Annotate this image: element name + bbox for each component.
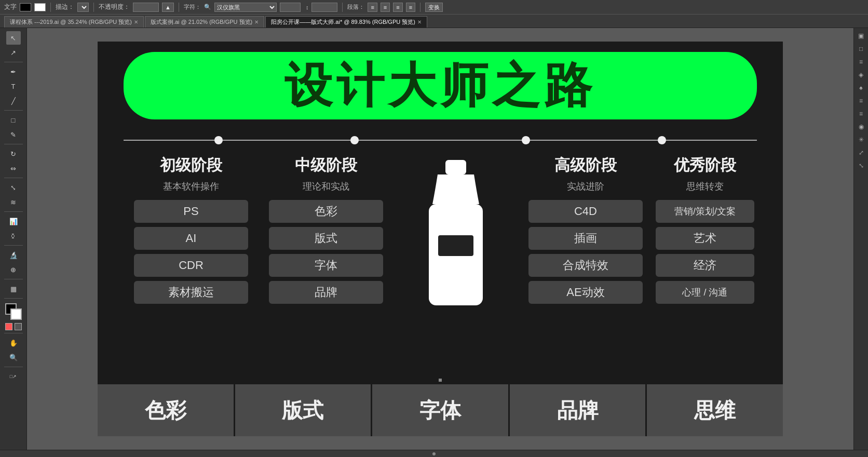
rotate-tool[interactable]: ↻ xyxy=(6,147,21,160)
graph-tool[interactable]: 📊 xyxy=(6,214,21,228)
stage-beginner-title: 初级阶段 xyxy=(160,155,222,176)
stroke-label: 描边： xyxy=(56,3,74,11)
line-tool[interactable]: ╱ xyxy=(6,94,21,107)
left-toolbar: ↖ ↗ ✒ T ╱ □ ✎ ↻ ⇔ ⤡ ≋ 📊 ⧲ 🔬 ⊕ ▦ ✋ 🔍 xyxy=(0,28,27,450)
tab-2-close[interactable]: ✕ xyxy=(254,19,259,25)
tab-3-label: 阳房公开课——版式大师.ai* @ 89.83% (RGB/GPU 预览) xyxy=(271,18,415,26)
font-size-input[interactable]: 455 xyxy=(280,3,301,12)
align-right-btn[interactable]: ≡ xyxy=(393,3,402,12)
tool-sep-2 xyxy=(4,110,23,111)
panel-icon-6[interactable]: ≡ xyxy=(856,95,867,106)
tool-sep-9 xyxy=(4,333,23,333)
stage-advanced-title: 高级阶段 xyxy=(554,155,617,176)
stroke-icon[interactable] xyxy=(15,323,22,330)
main-area: ↖ ↗ ✒ T ╱ □ ✎ ↻ ⇔ ⤡ ≋ 📊 ⧲ 🔬 ⊕ ▦ ✋ 🔍 xyxy=(0,28,868,450)
transform-btn[interactable]: 变换 xyxy=(425,3,443,12)
font-label: 字符： xyxy=(184,3,201,11)
scale-tool[interactable]: ⤡ xyxy=(6,181,21,194)
tab-2-label: 版式案例.ai @ 21.02% (RGB/GPU 预览) xyxy=(151,18,252,26)
panel-icon-1[interactable]: ▣ xyxy=(856,30,867,42)
stage-excellent-subtitle: 思维转变 xyxy=(686,180,724,193)
search-icon: 🔍 xyxy=(204,4,211,10)
stage-beginner-item-1: AI xyxy=(134,227,248,250)
pen-tool[interactable]: ✒ xyxy=(6,65,21,78)
stage-beginner-item-0: PS xyxy=(134,200,248,223)
bottle-illustration xyxy=(404,160,508,316)
stage-intermediate-item-2: 字体 xyxy=(269,254,383,277)
tool-sep-7 xyxy=(4,279,23,279)
rect-tool[interactable]: □ xyxy=(6,113,21,127)
fill-icon[interactable] xyxy=(5,323,12,330)
chart-tool[interactable]: ▦ xyxy=(6,282,21,295)
hand-tool[interactable]: ✋ xyxy=(6,336,21,350)
opacity-input[interactable]: 100% xyxy=(133,3,159,12)
tab-1-close[interactable]: ✕ xyxy=(134,19,138,25)
toolbar-separator-3 xyxy=(179,3,179,12)
tool-sep-3 xyxy=(4,144,23,144)
justify-btn[interactable]: ≡ xyxy=(406,3,415,12)
tool-type-label: 文字 xyxy=(4,3,17,11)
align-left-btn[interactable]: ≡ xyxy=(368,3,377,12)
canvas-background: 设计大师之路 初级阶段 基本软件操作 PS xyxy=(27,28,853,450)
canvas-area[interactable]: 设计大师之路 初级阶段 基本软件操作 PS xyxy=(27,28,853,450)
top-toolbar: 文字 描边： 不透明度： 100% ▲ 字符： 🔍 汉仪旗黑 455 ↕ 66.… xyxy=(0,0,868,15)
tool-sep-6 xyxy=(4,245,23,246)
timeline-dot-3 xyxy=(522,136,530,144)
stroke-select[interactable] xyxy=(77,3,89,12)
timeline-dot-4 xyxy=(658,136,666,144)
tool-sep-4 xyxy=(4,178,23,178)
eyedropper-tool[interactable]: 🔬 xyxy=(6,248,21,262)
tab-3[interactable]: 阳房公开课——版式大师.ai* @ 89.83% (RGB/GPU 预览) ✕ xyxy=(265,16,427,28)
font-select[interactable]: 汉仪旗黑 xyxy=(214,3,277,12)
panel-icon-2[interactable]: □ xyxy=(856,43,867,55)
panel-icon-7[interactable]: ≡ xyxy=(856,108,867,119)
panel-icon-9[interactable]: ✳ xyxy=(856,134,867,145)
panel-icon-3[interactable]: ≡ xyxy=(856,56,867,68)
stage-beginner-item-3: 素材搬运 xyxy=(134,281,248,304)
align-center-btn[interactable]: ≡ xyxy=(381,3,390,12)
panel-icon-4[interactable]: ◈ xyxy=(856,69,867,80)
mirror-tool[interactable]: ⇔ xyxy=(6,162,21,175)
bottom-item-0: 色彩 xyxy=(98,384,235,436)
stage-excellent-item-2: 经济 xyxy=(656,254,754,277)
toolbar-separator-5 xyxy=(420,3,421,12)
timeline-dot-1 xyxy=(214,136,223,144)
stage-advanced-item-3: AE动效 xyxy=(528,281,643,304)
fg-color-swatch[interactable] xyxy=(20,3,31,11)
stage-excellent-item-3: 心理 / 沟通 xyxy=(656,281,754,304)
svg-rect-0 xyxy=(445,160,466,174)
bottom-item-3: 品牌 xyxy=(510,384,647,436)
tool-sep-10 xyxy=(4,367,23,367)
stage-advanced-item-2: 合成特效 xyxy=(528,254,643,277)
tab-3-close[interactable]: ✕ xyxy=(417,19,422,25)
panel-icon-5[interactable]: ♠ xyxy=(856,82,867,93)
opacity-up-btn[interactable]: ▲ xyxy=(162,3,174,12)
toolbar-separator-4 xyxy=(342,3,343,12)
bottom-scrollbar[interactable] xyxy=(0,450,868,457)
blend-tool[interactable]: ⊕ xyxy=(6,263,21,276)
stage-excellent-item-0: 营销/策划/文案 xyxy=(656,200,754,223)
bg-color-swatch[interactable] xyxy=(34,3,46,11)
zoom-tool[interactable]: 🔍 xyxy=(6,351,21,364)
stage-beginner-item-2: CDR xyxy=(134,254,248,277)
symbol-tool[interactable]: ⧲ xyxy=(6,229,21,243)
panel-icon-8[interactable]: ◉ xyxy=(856,121,867,132)
artboard-tool[interactable]: □↗ xyxy=(6,370,21,383)
line-height-input[interactable]: 66.95 xyxy=(311,3,337,12)
paintbrush-tool[interactable]: ✎ xyxy=(6,128,21,141)
direct-select-tool[interactable]: ↗ xyxy=(6,46,21,59)
select-tool[interactable]: ↖ xyxy=(6,31,21,45)
tab-2[interactable]: 版式案例.ai @ 21.02% (RGB/GPU 预览) ✕ xyxy=(145,16,264,28)
timeline-row xyxy=(124,135,757,145)
bottom-item-1: 版式 xyxy=(235,384,373,436)
background-color[interactable] xyxy=(10,308,22,320)
panel-icon-10[interactable]: ⤢ xyxy=(856,147,867,158)
stage-beginner-subtitle: 基本软件操作 xyxy=(163,180,219,193)
warp-tool[interactable]: ≋ xyxy=(6,195,21,209)
bottom-bar: 色彩 版式 字体 品牌 思维 xyxy=(98,384,783,436)
panel-icon-11[interactable]: ⤡ xyxy=(856,160,867,171)
svg-rect-2 xyxy=(438,235,473,256)
tool-sep-5 xyxy=(4,211,23,212)
tab-1[interactable]: 课程体系 ---2019.ai @ 35.24% (RGB/GPU 预览) ✕ xyxy=(4,16,144,28)
type-tool[interactable]: T xyxy=(6,79,21,93)
